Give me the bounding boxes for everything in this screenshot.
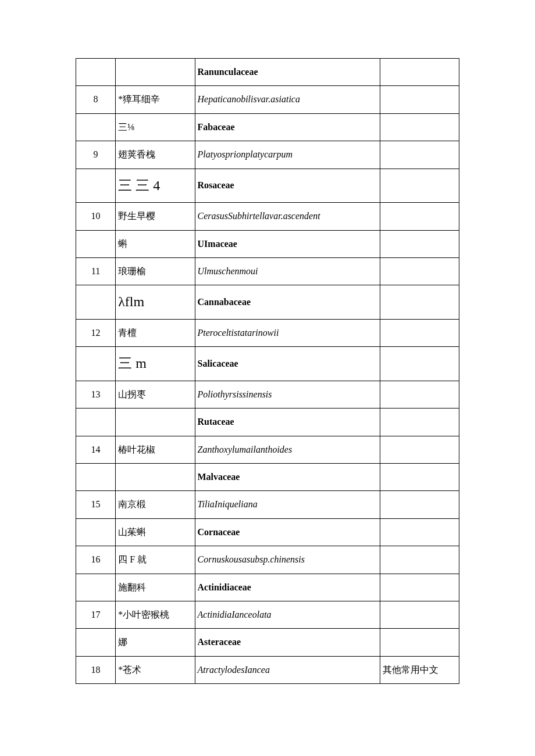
table-row: Malvaceae xyxy=(76,464,459,491)
row-number: 10 xyxy=(76,203,116,230)
table-row: 三 mSalicaceae xyxy=(76,347,459,381)
latin-name: TiliaIniqueliana xyxy=(195,491,380,518)
family-latin-text: UImaceae xyxy=(198,239,237,249)
table-row: 三 三 4Rosaceae xyxy=(76,169,459,203)
family-latin-text: Cornaceae xyxy=(198,527,240,537)
note xyxy=(380,436,459,463)
table-row: 13山拐枣Poliothyrsissinensis xyxy=(76,381,459,408)
chinese-name: 南京椴 xyxy=(116,491,195,518)
chinese-name xyxy=(116,409,195,436)
chinese-name: *獐耳细辛 xyxy=(116,86,195,113)
family-latin-text: Salicaceae xyxy=(198,359,238,368)
latin-name: ActinidiaIanceolata xyxy=(195,601,380,629)
note xyxy=(380,347,459,381)
family-latin-text: Actinidiaceae xyxy=(198,582,251,592)
latin-name: Cornuskousasubsp.chinensis xyxy=(195,546,380,574)
table-row: 娜Asteraceae xyxy=(76,629,459,656)
latin-name: Poliothyrsissinensis xyxy=(195,381,380,408)
table-row: 12青檀Pteroceltistatarinowii xyxy=(76,319,459,346)
row-number xyxy=(76,169,116,203)
chinese-name: 野生早樱 xyxy=(116,203,195,230)
family-latin-text: Rutaceae xyxy=(198,417,234,427)
species-latin-text: Zanthoxylumailanthoides xyxy=(198,445,293,454)
row-number: 18 xyxy=(76,656,116,683)
species-table: Ranunculaceae8*獐耳细辛Hepaticanobilisvar.as… xyxy=(76,58,459,684)
note xyxy=(380,113,459,141)
family-latin-text: Fabaceae xyxy=(198,122,235,132)
note xyxy=(380,257,459,285)
chinese-name: 三 三 4 xyxy=(116,169,195,203)
chinese-name: *苍术 xyxy=(116,656,195,683)
species-latin-text: Platyosprionplatycarpum xyxy=(198,149,293,159)
latin-name: Pteroceltistatarinowii xyxy=(195,319,380,346)
table-row: 18*苍术AtractylodesIancea其他常用中文 xyxy=(76,656,459,683)
species-latin-text: CerasusSubhirtellavar.ascendent xyxy=(198,211,320,221)
table-row: Ranunculaceae xyxy=(76,59,459,86)
latin-name: Malvaceae xyxy=(195,464,380,491)
latin-name: Cannabaceae xyxy=(195,285,380,320)
chinese-name: 三⅛ xyxy=(116,113,195,141)
note xyxy=(380,319,459,346)
row-number xyxy=(76,629,116,656)
note xyxy=(380,230,459,257)
latin-name: Salicaceae xyxy=(195,347,380,381)
chinese-name: 蝌 xyxy=(116,230,195,257)
note xyxy=(380,629,459,656)
species-latin-text: Hepaticanobilisvar.asiatica xyxy=(198,94,300,104)
table-row: 10野生早樱CerasusSubhirtellavar.ascendent xyxy=(76,203,459,230)
latin-name: AtractylodesIancea xyxy=(195,656,380,683)
row-number xyxy=(76,464,116,491)
latin-name: Fabaceae xyxy=(195,113,380,141)
latin-name: Ulmuschenmoui xyxy=(195,257,380,285)
table-row: Rutaceae xyxy=(76,409,459,436)
note xyxy=(380,203,459,230)
latin-name: Hepaticanobilisvar.asiatica xyxy=(195,86,380,113)
latin-name: UImaceae xyxy=(195,230,380,257)
table-row: λflmCannabaceae xyxy=(76,285,459,320)
chinese-name: 三 m xyxy=(116,347,195,381)
chinese-name: *小叶密猴桃 xyxy=(116,601,195,629)
latin-name: Zanthoxylumailanthoides xyxy=(195,436,380,463)
note xyxy=(380,518,459,546)
species-latin-text: AtractylodesIancea xyxy=(198,665,270,675)
family-latin-text: Asteraceae xyxy=(198,637,241,647)
chinese-name xyxy=(116,464,195,491)
species-latin-text: ActinidiaIanceolata xyxy=(198,610,272,619)
note xyxy=(380,381,459,408)
note xyxy=(380,464,459,491)
latin-name: Platyosprionplatycarpum xyxy=(195,141,380,169)
table-row: 8*獐耳细辛Hepaticanobilisvar.asiatica xyxy=(76,86,459,113)
chinese-name xyxy=(116,59,195,86)
note xyxy=(380,169,459,203)
row-number xyxy=(76,230,116,257)
chinese-name: 娜 xyxy=(116,629,195,656)
chinese-name: 青檀 xyxy=(116,319,195,346)
row-number xyxy=(76,59,116,86)
row-number: 12 xyxy=(76,319,116,346)
note xyxy=(380,491,459,518)
table-row: 15南京椴TiliaIniqueliana xyxy=(76,491,459,518)
note xyxy=(380,285,459,320)
family-latin-text: Rosaceae xyxy=(198,180,234,190)
family-latin-text: Malvaceae xyxy=(198,472,240,482)
note xyxy=(380,409,459,436)
note xyxy=(380,141,459,169)
row-number: 14 xyxy=(76,436,116,463)
row-number: 17 xyxy=(76,601,116,629)
row-number xyxy=(76,409,116,436)
latin-name: Ranunculaceae xyxy=(195,59,380,86)
row-number: 15 xyxy=(76,491,116,518)
note: 其他常用中文 xyxy=(380,656,459,683)
table-row: 11琅珊榆Ulmuschenmoui xyxy=(76,257,459,285)
row-number xyxy=(76,285,116,320)
latin-name: Rosaceae xyxy=(195,169,380,203)
latin-name: Rutaceae xyxy=(195,409,380,436)
row-number xyxy=(76,574,116,601)
species-latin-text: Ulmuschenmoui xyxy=(198,266,258,276)
note xyxy=(380,546,459,574)
table-row: 施翻科Actinidiaceae xyxy=(76,574,459,601)
table-row: 9翅荚香槐Platyosprionplatycarpum xyxy=(76,141,459,169)
note xyxy=(380,86,459,113)
chinese-name: λflm xyxy=(116,285,195,320)
chinese-name: 山茱蝌 xyxy=(116,518,195,546)
